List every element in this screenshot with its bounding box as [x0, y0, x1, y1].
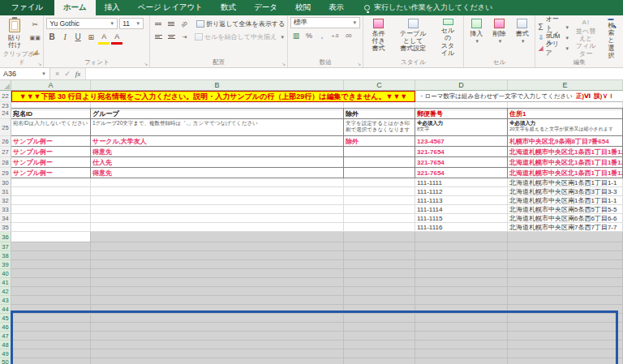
font-dialog-launcher[interactable]: ↘: [144, 61, 148, 66]
cell-D36[interactable]: [415, 232, 508, 242]
cell-C37[interactable]: [344, 242, 415, 251]
cell-A37[interactable]: [11, 242, 91, 251]
cell-C26[interactable]: 除外: [344, 136, 415, 147]
copy-icon[interactable]: ▣▣: [29, 32, 41, 43]
cell-A46[interactable]: [11, 323, 91, 332]
cell-D49[interactable]: [415, 349, 508, 358]
row-header-28[interactable]: 28: [0, 157, 11, 168]
tab-ページ レイアウト[interactable]: ページ レイアウト: [129, 0, 212, 15]
row-header-46[interactable]: 46: [0, 323, 11, 332]
bold-button[interactable]: B: [46, 32, 58, 42]
cell-B31[interactable]: [91, 187, 344, 196]
cell-D34[interactable]: 111-1115: [415, 214, 508, 223]
name-box[interactable]: A36▼: [0, 68, 50, 79]
underline-button[interactable]: U: [72, 32, 84, 42]
cell-C42[interactable]: [344, 287, 415, 296]
cell-D27[interactable]: 321-7654: [415, 147, 508, 157]
cell-C31[interactable]: [344, 187, 415, 196]
cell-D28[interactable]: 321-7654: [415, 157, 508, 168]
row-header-27[interactable]: 27: [0, 147, 11, 157]
cell-A36[interactable]: [11, 232, 91, 242]
cell-E29[interactable]: 北海道札幌市中央区北1条西1丁目1番12: [508, 168, 623, 178]
cut-icon[interactable]: ✂: [29, 19, 41, 29]
cell-B40[interactable]: [91, 269, 344, 278]
cell-C24[interactable]: 除外: [344, 108, 415, 119]
row-header-30[interactable]: 30: [0, 178, 11, 187]
cell-D40[interactable]: [415, 269, 508, 278]
column-header-A[interactable]: A: [11, 80, 91, 91]
cell-B27[interactable]: 得意先: [91, 147, 344, 157]
cell-B39[interactable]: [91, 260, 344, 269]
cell-A45[interactable]: [11, 314, 91, 323]
merge-center-button[interactable]: セルを結合して中央揃え▼: [195, 32, 285, 41]
sort-filter-button[interactable]: A↕ 並べ替えと フィルター: [572, 17, 599, 58]
row-header-26[interactable]: 26: [0, 136, 11, 147]
cell-B36[interactable]: [91, 232, 344, 242]
cell-A39[interactable]: [11, 260, 91, 269]
cell-D25[interactable]: ※必須入力8文字: [415, 119, 508, 136]
row-header-47[interactable]: 47: [0, 332, 11, 340]
accounting-format-icon[interactable]: ▥: [290, 30, 302, 41]
cell-C49[interactable]: [344, 349, 415, 358]
cell-D50[interactable]: [415, 358, 508, 364]
cell-A44[interactable]: [11, 305, 91, 314]
column-header-C[interactable]: C: [344, 80, 415, 91]
cell-E28[interactable]: 北海道札幌市中央区北1条西1丁目1番12: [508, 157, 623, 168]
cell-E48[interactable]: [508, 340, 623, 349]
cell-A25[interactable]: 宛名IDは入力しないでください: [11, 119, 91, 136]
align-left-icon[interactable]: [153, 32, 164, 42]
tab-数式[interactable]: 数式: [212, 0, 245, 15]
cell-E50[interactable]: [508, 358, 623, 364]
cell-E33[interactable]: 北海道札幌市中央区南5条西5丁目5-5: [508, 205, 623, 214]
cell-A35[interactable]: [11, 223, 91, 232]
formula-input[interactable]: [86, 68, 623, 79]
font-name-select[interactable]: Yu Gothic▼: [46, 18, 118, 29]
cell-D42[interactable]: [415, 287, 508, 296]
cell-E37[interactable]: [508, 242, 623, 251]
cell-B38[interactable]: [91, 251, 344, 260]
format-as-table-button[interactable]: テーブルとして 書式設定: [393, 17, 432, 58]
orientation-icon[interactable]: ab: [177, 16, 192, 32]
cell-C40[interactable]: [344, 269, 415, 278]
row-header-38[interactable]: 38: [0, 251, 11, 260]
borders-icon[interactable]: ⊞: [85, 32, 97, 42]
indent-icon[interactable]: ⇥: [178, 32, 190, 42]
cell-E38[interactable]: [508, 251, 623, 260]
cell-B25[interactable]: 1グループ20文字まで、複数登録時は「,」カンマでつなげてください: [91, 119, 344, 136]
cell-B24[interactable]: グループ: [91, 108, 344, 119]
cell-C50[interactable]: [344, 358, 415, 364]
number-format-select[interactable]: 標準▼: [290, 17, 360, 28]
font-size-select[interactable]: 11▼: [119, 18, 144, 29]
cell-C41[interactable]: [344, 278, 415, 287]
column-header-E[interactable]: E: [508, 80, 623, 91]
cell-C29[interactable]: [344, 168, 415, 178]
select-all-corner[interactable]: [0, 80, 11, 91]
comma-icon[interactable]: ,: [316, 30, 328, 41]
cell-A26[interactable]: サンプル例ー: [11, 136, 91, 147]
format-cells-button[interactable]: 書式▼: [513, 17, 532, 58]
cell-C32[interactable]: [344, 196, 415, 205]
cell-B48[interactable]: [91, 340, 344, 349]
cell-A24[interactable]: 宛名ID: [11, 108, 91, 119]
tab-データ[interactable]: データ: [245, 0, 286, 15]
cell-C47[interactable]: [344, 332, 415, 340]
cell-E42[interactable]: [508, 287, 623, 296]
cell-E39[interactable]: [508, 260, 623, 269]
row-header-42[interactable]: 42: [0, 287, 11, 296]
cell-D41[interactable]: [415, 278, 508, 287]
cell-D29[interactable]: 321-7654: [415, 168, 508, 178]
align-center-icon[interactable]: [165, 32, 177, 42]
cell-B41[interactable]: [91, 278, 344, 287]
cell-D45[interactable]: [415, 314, 508, 323]
tab-表示[interactable]: 表示: [320, 0, 353, 15]
cell-B26[interactable]: サークル,大学友人: [91, 136, 344, 147]
insert-cells-button[interactable]: 挿入▼: [466, 17, 486, 58]
cell-B42[interactable]: [91, 287, 344, 296]
cell-A33[interactable]: [11, 205, 91, 214]
cell-D39[interactable]: [415, 260, 508, 269]
cell-D24[interactable]: 郵便番号: [415, 108, 508, 119]
cell-D32[interactable]: 111-1113: [415, 196, 508, 205]
cell-D35[interactable]: 111-1116: [415, 223, 508, 232]
cell-C45[interactable]: [344, 314, 415, 323]
cell-E43[interactable]: [508, 296, 623, 305]
